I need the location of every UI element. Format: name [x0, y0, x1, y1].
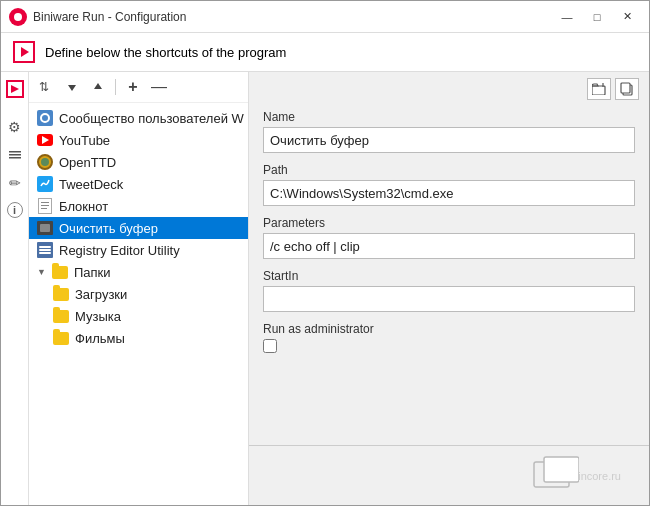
header-description: Define below the shortcuts of the progra…	[45, 45, 286, 60]
close-button[interactable]: ✕	[613, 7, 641, 27]
add-button[interactable]: +	[122, 76, 144, 98]
svg-rect-4	[9, 157, 21, 159]
clear-icon	[37, 220, 53, 236]
maximize-button[interactable]: □	[583, 7, 611, 27]
svg-rect-2	[9, 151, 21, 153]
music-label: Музыка	[75, 309, 121, 324]
svg-rect-11	[621, 83, 630, 93]
svg-marker-7	[94, 83, 102, 89]
bottom-graphic	[529, 452, 579, 495]
checkbox-group	[263, 339, 635, 353]
sort-button[interactable]: ⇅	[35, 76, 57, 98]
remove-button[interactable]: —	[148, 76, 170, 98]
window-controls: — □ ✕	[553, 7, 641, 27]
movies-label: Фильмы	[75, 331, 125, 346]
parameters-input[interactable]	[263, 233, 635, 259]
name-input[interactable]	[263, 127, 635, 153]
app-icon	[9, 8, 27, 26]
form-area: Name Path Parameters StartIn Run as admi	[249, 106, 649, 445]
path-group: Path	[263, 163, 635, 206]
parameters-group: Parameters	[263, 216, 635, 259]
admin-group: Run as administrator	[263, 322, 635, 353]
openttd-icon	[37, 154, 53, 170]
window-title: Biniware Run - Configuration	[33, 10, 553, 24]
sidebar-info-icon[interactable]: i	[7, 202, 23, 218]
main-content: ⚙ ✏ i ⇅	[1, 72, 649, 505]
tree-item-community[interactable]: Сообщество пользователей W	[29, 107, 248, 129]
svg-marker-6	[68, 85, 76, 91]
path-label: Path	[263, 163, 635, 177]
openttd-label: OpenTTD	[59, 155, 116, 170]
community-label: Сообщество пользователей W	[59, 111, 244, 126]
right-panel: Name Path Parameters StartIn Run as admi	[249, 72, 649, 505]
folders-label: Папки	[74, 265, 111, 280]
tree-item-music[interactable]: Музыка	[29, 305, 248, 327]
sidebar-pencil-icon[interactable]: ✏	[6, 174, 24, 192]
tree-item-downloads[interactable]: Загрузки	[29, 283, 248, 305]
notepad-icon	[37, 198, 53, 214]
name-group: Name	[263, 110, 635, 153]
community-icon	[37, 110, 53, 126]
tree-item-openttd[interactable]: OpenTTD	[29, 151, 248, 173]
downloads-icon	[53, 286, 69, 302]
tweetdeck-label: TweetDeck	[59, 177, 123, 192]
movies-icon	[53, 330, 69, 346]
main-window: Biniware Run - Configuration — □ ✕ Defin…	[0, 0, 650, 506]
path-input[interactable]	[263, 180, 635, 206]
minimize-button[interactable]: —	[553, 7, 581, 27]
music-icon	[53, 308, 69, 324]
startin-group: StartIn	[263, 269, 635, 312]
tree-list: Сообщество пользователей W YouTube	[29, 103, 248, 505]
tweetdeck-icon	[37, 176, 53, 192]
folders-icon	[52, 264, 68, 280]
tree-item-movies[interactable]: Фильмы	[29, 327, 248, 349]
registry-icon	[37, 242, 53, 258]
run-as-admin-label: Run as administrator	[263, 322, 635, 336]
downloads-label: Загрузки	[75, 287, 127, 302]
tree-item-youtube[interactable]: YouTube	[29, 129, 248, 151]
svg-marker-1	[11, 85, 19, 93]
open-folder-button[interactable]	[587, 78, 611, 100]
notepad-label: Блокнот	[59, 199, 108, 214]
registry-label: Registry Editor Utility	[59, 243, 180, 258]
header-bar: Define below the shortcuts of the progra…	[1, 33, 649, 72]
bottom-bar: www.wincore.ru	[249, 445, 649, 505]
move-up-button[interactable]	[87, 76, 109, 98]
tree-item-tweetdeck[interactable]: TweetDeck	[29, 173, 248, 195]
sidebar-logo-icon	[6, 80, 24, 98]
svg-text:⇅: ⇅	[39, 80, 49, 94]
tree-item-registry[interactable]: Registry Editor Utility	[29, 239, 248, 261]
parameters-label: Parameters	[263, 216, 635, 230]
right-panel-toolbar	[249, 72, 649, 106]
name-label: Name	[263, 110, 635, 124]
title-bar: Biniware Run - Configuration — □ ✕	[1, 1, 649, 33]
tree-item-notepad[interactable]: Блокнот	[29, 195, 248, 217]
startin-input[interactable]	[263, 286, 635, 312]
clear-label: Очистить буфер	[59, 221, 158, 236]
svg-rect-3	[9, 154, 21, 156]
left-sidebar: ⚙ ✏ i	[1, 72, 29, 505]
youtube-icon	[37, 132, 53, 148]
svg-rect-13	[544, 457, 579, 482]
tree-toolbar: ⇅ + —	[29, 72, 248, 103]
startin-label: StartIn	[263, 269, 635, 283]
tree-item-folders-group[interactable]: ▼ Папки	[29, 261, 248, 283]
header-icon	[13, 41, 35, 63]
move-down-button[interactable]	[61, 76, 83, 98]
tree-item-clear[interactable]: Очистить буфер	[29, 217, 248, 239]
copy-button[interactable]	[615, 78, 639, 100]
svg-rect-8	[592, 86, 605, 95]
toolbar-separator	[115, 79, 116, 95]
youtube-label: YouTube	[59, 133, 110, 148]
sidebar-gear-icon[interactable]: ⚙	[6, 118, 24, 136]
run-as-admin-checkbox[interactable]	[263, 339, 277, 353]
sidebar-tools-icon[interactable]	[6, 146, 24, 164]
left-panel: ⇅ + —	[29, 72, 249, 505]
expand-arrow: ▼	[37, 267, 46, 277]
